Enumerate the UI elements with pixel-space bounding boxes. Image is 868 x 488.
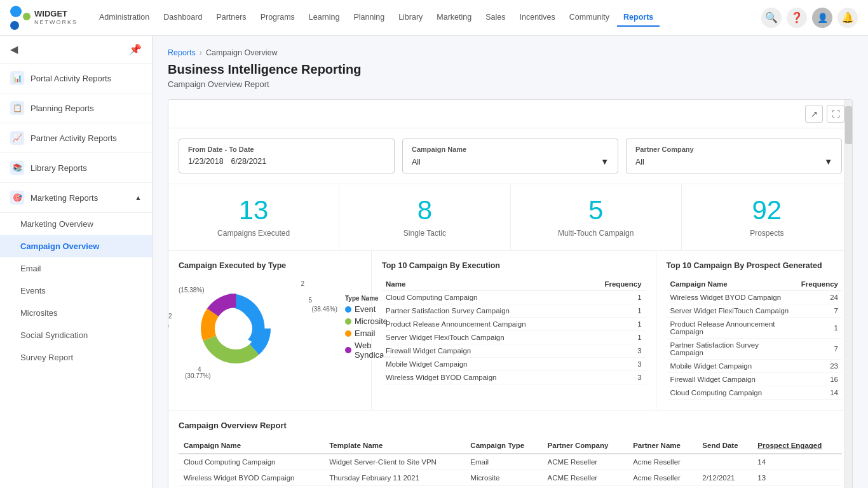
stat-multi-label: Multi-Touch Campaign [524,229,668,238]
top10-execution-panel: Top 10 Campaign By Execution Name Freque… [372,251,656,410]
col-prospect-engaged: Prospect Engaged [752,438,842,454]
charts-row: Campaign Executed by Type [168,251,852,410]
sidebar: ◀ 📌 📊 Portal Activity Reports 📋 Planning… [0,36,153,488]
table-row: Firewall Widget Campaign3 [382,344,646,358]
prospect-row-freq: 14 [797,386,842,400]
nav-partners[interactable]: Partners [210,9,252,27]
sidebar-item-portal-activity[interactable]: 📊 Portal Activity Reports [0,64,152,93]
exec-row-freq: 1 [584,331,645,344]
sidebar-marketing-header[interactable]: 🎯 Marketing Reports ▲ [0,183,152,213]
event-color [345,306,351,313]
partner-filter[interactable]: Partner Company All ▼ [626,139,842,173]
partner-filter-value: All [635,158,644,166]
table-row: Server Widget FlexiTouch Campaign7 [667,304,842,318]
help-button[interactable]: ❓ [787,8,807,28]
table-row: Cloud Computing Campaign Widget Server-C… [179,454,842,470]
sidebar-sub-events[interactable]: Events [0,280,152,302]
table-row: Firewall Widget Campaign16 [667,373,842,386]
donut-chart: 2 (15.38%) 5 (38.46%) 2 (...) 4 (30.77%) [179,278,306,379]
stat-single-tactic: 8 Single Tactic [339,184,510,250]
partner-activity-icon: 📈 [10,131,24,145]
bottom-table-wrapper[interactable]: Campaign Name Template Name Campaign Typ… [179,438,842,486]
sidebar-sub-email[interactable]: Email [0,257,152,280]
stat-multi-touch: 5 Multi-Touch Campaign [511,184,682,250]
stat-campaigns-executed: 13 Campaigns Executed [168,184,339,250]
nav-library[interactable]: Library [392,9,429,27]
donut-chart-title: Campaign Executed by Type [179,261,361,270]
prospect-row-name: Partner Satisfaction Survey Campaign [667,339,797,360]
nav-programs[interactable]: Programs [254,9,301,27]
nav-marketing[interactable]: Marketing [430,9,478,27]
search-button[interactable]: 🔍 [761,8,782,28]
table-row: Partner Satisfaction Survey Campaign1 [382,304,646,318]
donut-area: 2 (15.38%) 5 (38.46%) 2 (...) 4 (30.77%)… [179,278,361,379]
nav-dashboard[interactable]: Dashboard [157,9,208,27]
col-partner-name: Partner Name [628,438,697,454]
col-send-date: Send Date [697,438,752,454]
prospect-row-freq: 7 [797,339,842,360]
row-partner-name: Acme Reseller [628,470,697,486]
nav-incentives[interactable]: Incentives [513,9,562,27]
pin-button[interactable]: 📌 [129,43,142,55]
date-filter-label: From Date - To Date [188,146,385,153]
prospect-col-freq: Frequency [797,278,842,291]
filter-row: From Date - To Date 1/23/2018 6/28/2021 … [168,128,852,184]
donut-label-5: 5 [308,297,312,304]
prospect-row-name: Product Release Announcement Campaign [667,318,797,339]
notification-button[interactable]: 🔔 [837,8,858,28]
sidebar-sub-microsites[interactable]: Microsites [0,302,152,324]
nav-administration[interactable]: Administration [93,9,156,27]
donut-label-30pct: (30.77%) [185,372,211,379]
export-button[interactable]: ↗ [805,105,823,123]
row-template-name: Widget Server-Client to Site VPN [324,454,465,470]
stat-prospects-label: Prospects [695,229,839,238]
sidebar-item-library[interactable]: 📚 Library Reports [0,153,152,183]
stat-campaigns-label: Campaigns Executed [181,229,326,238]
scroll-thumb[interactable] [845,106,852,144]
sidebar-sub-campaign-overview[interactable]: Campaign Overview [0,235,152,257]
sidebar-sub-social-syndication[interactable]: Social Syndication [0,324,152,346]
exec-row-name: Cloud Computing Campaign [382,291,584,304]
top10-execution-table: Name Frequency Cloud Computing Campaign1… [382,278,646,384]
collapse-button[interactable]: ◀ [10,43,18,55]
date-filter: From Date - To Date 1/23/2018 6/28/2021 [179,139,395,173]
nav-learning[interactable]: Learning [302,9,346,27]
marketing-section-label: Marketing Reports [31,193,98,203]
sidebar-sub-survey-report[interactable]: Survey Report [0,346,152,369]
prospect-row-freq: 7 [797,304,842,318]
to-date[interactable]: 6/28/2021 [231,157,267,166]
exec-row-name: Server Widget FlexiTouch Campaign [382,331,584,344]
nav-sales[interactable]: Sales [479,9,512,27]
fullscreen-button[interactable]: ⛶ [827,105,844,123]
websyndication-color [345,347,351,353]
logo[interactable]: WIDGET NETWORKS [10,6,78,30]
content-area: Reports › Campaign Overview Business Int… [153,36,868,488]
nav-items: Administration Dashboard Partners Progra… [93,9,761,27]
table-row: Partner Satisfaction Survey Campaign7 [667,339,842,360]
nav-planning[interactable]: Planning [347,9,391,27]
main-layout: ◀ 📌 📊 Portal Activity Reports 📋 Planning… [0,36,868,488]
table-row: Server Widget FlexiTouch Campaign1 [382,331,646,344]
row-template-name: Thursday February 11 2021 [324,470,465,486]
exec-row-freq: 3 [584,358,645,371]
campaign-filter[interactable]: Campaign Name All ▼ [402,139,618,173]
donut-label-15pct: (15.38%) [179,287,205,294]
sidebar-item-partner-activity[interactable]: 📈 Partner Activity Reports [0,123,152,153]
breadcrumb-parent[interactable]: Reports [168,48,196,57]
exec-col-name: Name [382,278,584,291]
scroll-track[interactable] [844,100,852,488]
breadcrumb-current: Campaign Overview [206,48,278,57]
sidebar-item-planning-label: Planning Reports [31,104,94,113]
logo-subtitle: NETWORKS [34,19,78,25]
sidebar-item-planning[interactable]: 📋 Planning Reports [0,93,152,123]
donut-label-38pct: (38.46%) [311,306,337,313]
top10-execution-title: Top 10 Campaign By Execution [382,261,646,270]
from-date[interactable]: 1/23/2018 [188,157,224,166]
sidebar-sub-marketing-overview[interactable]: Marketing Overview [0,213,152,235]
nav-community[interactable]: Community [563,9,616,27]
table-row: Wireless Widget BYOD Campaign24 [667,291,842,304]
table-row: Product Release Announcement Campaign1 [382,318,646,331]
user-avatar[interactable]: 👤 [812,8,832,28]
nav-reports[interactable]: Reports [617,9,660,27]
exec-row-freq: 3 [584,344,645,358]
